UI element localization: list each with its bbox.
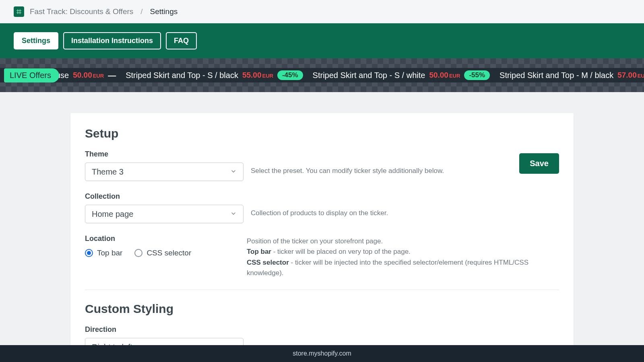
theme-label: Theme — [85, 150, 244, 158]
ticker-item: Striped Skirt and Top - S / white 50.00E… — [313, 70, 490, 80]
ticker-item-price: 55.00EUR — [242, 71, 273, 80]
collection-helper: Collection of products to display on the… — [251, 208, 388, 218]
ticker-separator: — — [108, 71, 116, 80]
theme-helper: Select the preset. You can modify ticker… — [251, 166, 444, 176]
location-label: Location — [85, 234, 239, 243]
collection-select[interactable]: Home page — [85, 205, 244, 223]
location-radio-css[interactable]: CSS selector — [134, 249, 191, 257]
location-radio-topbar[interactable]: Top bar — [85, 249, 122, 257]
content-area: Setup Theme Theme 3 Select the preset. Y… — [0, 92, 644, 362]
ticker-bar: Blouse 50.00EUR — Striped Skirt and Top … — [0, 68, 644, 82]
direction-label: Direction — [85, 325, 244, 334]
ticker-item-name: Striped Skirt and Top - M / black — [500, 71, 613, 80]
breadcrumb-bar: Fast Track: Discounts & Offers / Setting… — [0, 0, 644, 23]
location-row: Location Top bar CSS selector Position o… — [85, 234, 559, 278]
ticker-track: Blouse 50.00EUR — Striped Skirt and Top … — [44, 70, 644, 80]
footer-bar: store.myshopify.com — [0, 345, 644, 362]
collection-row: Collection Home page Collection of produ… — [85, 192, 559, 223]
settings-card: Setup Theme Theme 3 Select the preset. Y… — [70, 113, 574, 362]
tab-install[interactable]: Installation Instructions — [63, 32, 161, 49]
ticker-item-price: 50.00EUR — [429, 71, 460, 80]
theme-select[interactable]: Theme 3 — [85, 162, 244, 181]
collection-select-value: Home page — [92, 210, 133, 219]
chevron-down-icon — [230, 210, 237, 219]
tab-settings[interactable]: Settings — [14, 32, 58, 49]
app-logo — [14, 6, 24, 17]
radio-icon — [85, 249, 93, 257]
theme-row: Theme Theme 3 Select the preset. You can… — [85, 150, 559, 181]
ticker-item-pct: -55% — [464, 70, 490, 80]
tab-faq[interactable]: FAQ — [166, 32, 197, 49]
location-helper-intro: Position of the ticker on your storefron… — [247, 236, 559, 247]
location-helper-css: CSS selector - ticker will be injected i… — [247, 257, 559, 279]
primary-tabbar: Settings Installation Instructions FAQ — [0, 23, 644, 58]
ticker-item-pct: -45% — [277, 70, 303, 80]
radio-icon — [134, 249, 142, 257]
footer-domain: store.myshopify.com — [293, 350, 351, 357]
location-radio-group: Top bar CSS selector — [85, 249, 239, 257]
section-divider — [85, 290, 559, 290]
setup-heading: Setup — [85, 127, 559, 140]
styling-heading: Custom Styling — [85, 302, 559, 316]
breadcrumb-separator: / — [140, 7, 142, 16]
chevron-down-icon — [230, 167, 237, 177]
ticker-item: Striped Skirt and Top - S / black 55.00E… — [126, 70, 303, 80]
live-offers-badge: LIVE Offers — [4, 68, 59, 82]
ticker-item-name: Striped Skirt and Top - S / black — [126, 71, 238, 80]
save-button[interactable]: Save — [519, 153, 559, 174]
radio-label: Top bar — [97, 249, 122, 257]
ticker-preview: LIVE Offers Blouse 50.00EUR — Striped Sk… — [0, 58, 644, 92]
ticker-item: Striped Skirt and Top - M / black 57.00E… — [500, 70, 644, 80]
theme-select-value: Theme 3 — [92, 167, 124, 177]
ticker-item-price: 50.00EUR — [73, 71, 104, 80]
location-helper-topbar: Top bar - ticker will be placed on very … — [247, 247, 559, 257]
breadcrumb-app[interactable]: Fast Track: Discounts & Offers — [30, 7, 133, 16]
breadcrumb-page: Settings — [150, 7, 178, 16]
collection-label: Collection — [85, 192, 244, 201]
ticker-item-price: 57.00EUR — [617, 71, 644, 80]
ticker-item-name: Striped Skirt and Top - S / white — [313, 71, 425, 80]
location-helper: Position of the ticker on your storefron… — [247, 236, 559, 278]
radio-label: CSS selector — [147, 249, 191, 257]
